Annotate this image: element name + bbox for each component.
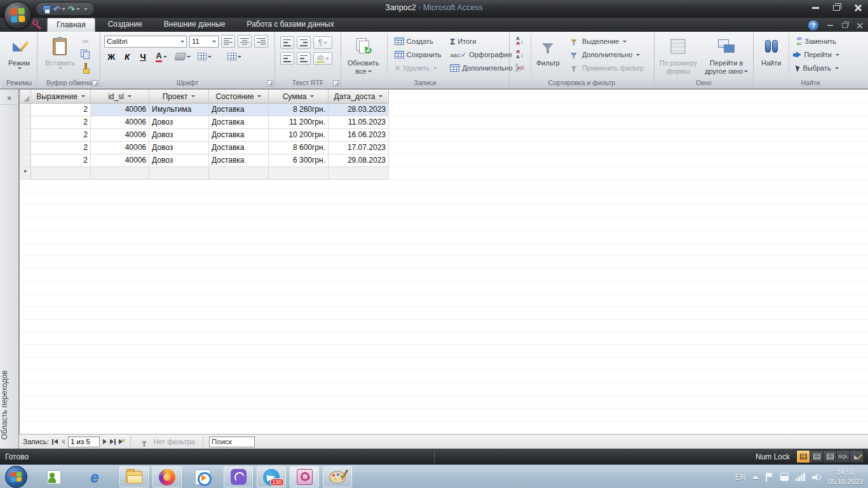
increase-indent-button[interactable] (297, 36, 311, 49)
rich-text-dialog-launcher[interactable] (333, 80, 339, 86)
language-indicator[interactable]: EN (735, 473, 746, 482)
cut-button[interactable]: ✂ (79, 35, 93, 48)
numbered-list-button[interactable] (280, 52, 294, 65)
doc-restore-button[interactable] (842, 23, 848, 28)
column-header[interactable]: Выражение (31, 90, 91, 104)
record-selector[interactable] (20, 129, 31, 142)
column-header[interactable]: Дата_доста (329, 90, 389, 104)
column-dropdown-icon[interactable] (379, 95, 383, 97)
size-to-fit-form-button[interactable]: По размеру формы (657, 34, 700, 76)
previous-record-button[interactable] (61, 439, 65, 444)
next-record-button[interactable] (103, 439, 107, 444)
font-name-combo[interactable]: Calibri (104, 36, 187, 48)
column-header[interactable]: Состояние (209, 90, 269, 104)
last-record-button[interactable] (110, 439, 116, 445)
cell[interactable]: Доставка (209, 154, 269, 167)
select-all-cell[interactable] (20, 90, 31, 104)
taskbar-viber-button[interactable] (224, 466, 253, 487)
sort-ascending-button[interactable]: АЯ↓ (513, 35, 527, 48)
show-hidden-icons-button[interactable] (752, 475, 759, 479)
record-position-box[interactable] (68, 437, 100, 447)
find-button[interactable]: Найти (759, 34, 783, 76)
access-document-icon[interactable] (32, 19, 41, 29)
windows-update-icon[interactable] (780, 473, 789, 481)
cell[interactable]: 2 (31, 154, 91, 167)
column-header[interactable]: Сумма (269, 90, 329, 104)
cell[interactable]: 17.07.2023 (329, 142, 389, 154)
cell[interactable]: 40006 (91, 104, 149, 116)
column-header[interactable]: id_sl (91, 90, 149, 104)
datasheet-view-button[interactable] (797, 451, 810, 463)
cell[interactable]: 29.08.2023 (329, 154, 389, 167)
fill-color-button[interactable] (173, 50, 193, 63)
filter-button[interactable]: Фильтр (531, 34, 562, 76)
cell[interactable]: Доставка (209, 129, 269, 142)
gridlines-button[interactable] (195, 50, 214, 63)
align-right-button[interactable] (254, 35, 268, 48)
network-icon[interactable] (796, 473, 805, 481)
record-selector[interactable] (20, 142, 31, 154)
cell[interactable]: 2 (31, 104, 91, 116)
save-record-button[interactable]: Сохранить (393, 48, 444, 61)
underline-button[interactable]: Ч (136, 50, 150, 63)
tab-external-data[interactable]: Внешние данные (155, 18, 234, 32)
new-blank-record-button[interactable]: * (119, 438, 125, 445)
cell[interactable] (209, 167, 269, 180)
format-painter-button[interactable] (79, 62, 93, 74)
cell[interactable] (31, 167, 91, 180)
cell[interactable]: Доставка (209, 104, 269, 116)
delete-record-button[interactable]: ✕Удалить (393, 62, 444, 74)
copy-button[interactable] (79, 48, 93, 61)
bold-button[interactable]: Ж (104, 50, 118, 63)
column-dropdown-icon[interactable] (191, 95, 195, 97)
column-dropdown-icon[interactable] (81, 95, 85, 97)
record-selector[interactable] (20, 104, 31, 116)
new-record-button[interactable]: Создать (393, 35, 444, 48)
taskbar-access-button[interactable] (290, 466, 319, 487)
cell[interactable]: 28.03.2023 (329, 104, 389, 116)
taskbar-media-player-button[interactable] (188, 466, 217, 487)
restore-button[interactable] (833, 5, 840, 11)
first-record-button[interactable] (52, 439, 58, 445)
switch-windows-button[interactable]: Перейти в другое окно (702, 34, 750, 76)
taskbar-explorer-button[interactable] (119, 466, 149, 487)
cell[interactable] (269, 167, 329, 180)
clock[interactable]: 14:51 05.10.2023 (828, 468, 865, 487)
design-view-button[interactable] (850, 451, 864, 463)
cell[interactable]: 40006 (91, 129, 149, 142)
taskbar-paint-button[interactable] (323, 466, 352, 487)
cell[interactable]: Довоз (149, 116, 209, 129)
font-size-combo[interactable]: 11 (189, 36, 219, 48)
start-button[interactable] (5, 466, 27, 488)
cell[interactable]: Довоз (149, 154, 209, 167)
cell[interactable]: 16.06.2023 (329, 129, 389, 142)
clear-sort-button[interactable]: АЯ (513, 62, 527, 74)
cell[interactable]: 11.05.2023 (329, 116, 389, 129)
pivotchart-view-button[interactable] (824, 451, 837, 463)
tab-create[interactable]: Создание (99, 18, 151, 32)
cell[interactable] (329, 167, 389, 180)
taskbar-firefox-button[interactable] (153, 466, 182, 487)
search-input[interactable] (209, 437, 255, 447)
column-dropdown-icon[interactable] (128, 95, 132, 97)
cell[interactable]: 11 200грн. (269, 116, 329, 129)
record-selector[interactable] (20, 154, 31, 167)
cell[interactable]: 40006 (91, 142, 149, 154)
clipboard-dialog-launcher[interactable] (92, 80, 98, 86)
column-dropdown-icon[interactable] (257, 95, 261, 97)
record-selector[interactable] (20, 116, 31, 129)
minimize-button[interactable] (812, 7, 819, 9)
refresh-all-button[interactable]: ↻ Обновить все (345, 34, 382, 76)
cell[interactable] (91, 167, 149, 180)
cell[interactable]: Доставка (209, 116, 269, 129)
taskbar-internet-explorer-button[interactable]: e (80, 466, 109, 487)
doc-close-button[interactable] (857, 22, 863, 29)
tab-database-tools[interactable]: Работа с базами данных (238, 18, 342, 32)
office-button[interactable] (4, 1, 32, 29)
alternate-fill-button[interactable] (224, 50, 245, 63)
selection-filter-button[interactable]: Выделение (566, 35, 646, 48)
cell[interactable]: 40006 (91, 154, 149, 167)
replace-button[interactable]: abacЗаменить (794, 35, 841, 48)
taskbar-telegram-button[interactable]: 130 (257, 466, 286, 487)
tab-home[interactable]: Главная (47, 18, 95, 32)
